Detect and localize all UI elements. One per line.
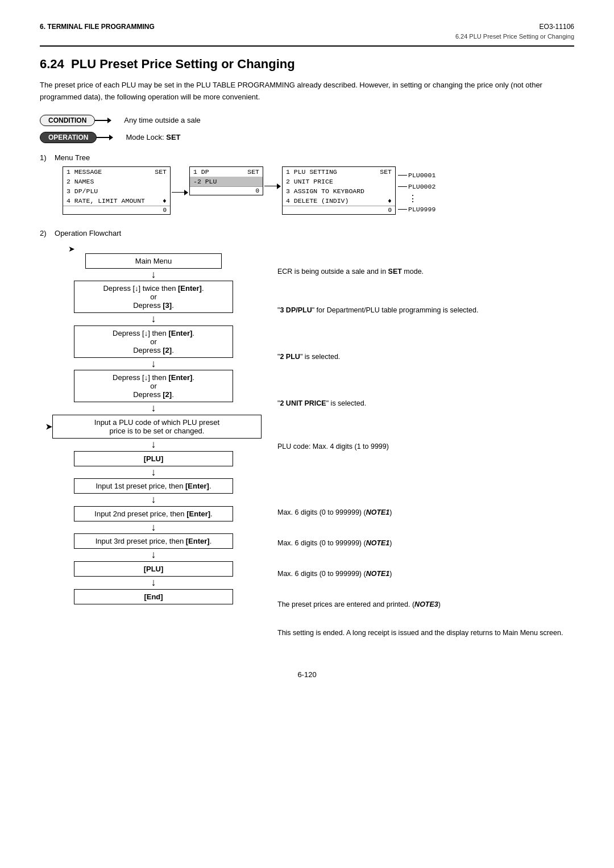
- flow-box-1: Depress [↓] twice then [Enter]. or Depre…: [74, 281, 233, 313]
- annotation-price-3: Max. 6 digits (0 to 999999) (NOTE1): [277, 565, 574, 583]
- page-number: 6-120: [40, 670, 574, 679]
- flow-box-price-3: Input 3rd preset price, then [Enter].: [74, 533, 233, 549]
- flow-box-main-menu: Main Menu: [85, 253, 222, 269]
- annotation-box-3: "2 UNIT PRICE" is selected.: [277, 386, 574, 420]
- flow-box-plu-2: [PLU]: [74, 561, 233, 577]
- annotation-plu-1: [277, 473, 574, 491]
- annotation-price-1: Max. 6 digits (0 to 999999) (NOTE1): [277, 503, 574, 521]
- flow-box-price-1: Input 1st preset price, then [Enter].: [74, 478, 233, 494]
- intro-text: The preset price of each PLU may be set …: [40, 80, 574, 103]
- flow-box-2: Depress [↓] then [Enter]. or Depress [2]…: [74, 326, 233, 358]
- page: 6. TERMINAL FILE PROGRAMMING EO3-11106 6…: [0, 0, 614, 868]
- flowchart-section: 2) Operation Flowchart ➤ Main Menu ↓: [40, 229, 574, 653]
- menu-tree-section: 1) Menu Tree 1 MESSAGESET 2 NAMES 3 DP/P…: [40, 153, 574, 216]
- menu-box-1: 1 MESSAGESET 2 NAMES 3 DP/PLU 4 RATE, LI…: [63, 166, 171, 215]
- flow-box-price-2: Input 2nd preset price, then [Enter].: [74, 506, 233, 521]
- flow-box-end: [End]: [74, 589, 233, 604]
- flow-right-col: ECR is being outside a sale and in SET m…: [262, 244, 574, 653]
- menu-box-2: 1 DPSET -2 PLU 0: [189, 166, 263, 195]
- connector-2-3: [263, 166, 282, 206]
- header-left: 6. TERMINAL FILE PROGRAMMING: [40, 23, 155, 31]
- header-divider: [40, 45, 574, 47]
- menu-tree-label: Menu Tree: [55, 153, 90, 162]
- annotation-plu-2: The preset prices are entered and printe…: [277, 595, 574, 614]
- annotation-box-2: "2 PLU" is selected.: [277, 340, 574, 374]
- flow-box-input-plu: Input a PLU code of which PLU preset pri…: [52, 415, 262, 439]
- condition-text: Any time outside a sale: [124, 116, 200, 124]
- plu-labels: PLU0001 PLU0002 ⋮ PLU9999: [398, 166, 435, 215]
- annotation-box-1: "3 DP/PLU" for Department/PLU table prog…: [277, 293, 574, 327]
- flowchart-main: ➤ Main Menu ↓ Depress [↓] twice then [En…: [45, 244, 574, 653]
- annotation-price-2: Max. 6 digits (0 to 999999) (NOTE1): [277, 534, 574, 552]
- annotation-end: This setting is ended. A long receipt is…: [277, 626, 574, 653]
- annotation-input-plu: PLU code: Max. 4 digits (1 to 9999): [277, 433, 574, 460]
- operation-badge-area: OPERATION: [40, 132, 113, 143]
- plu-label-3: PLU9999: [408, 206, 435, 213]
- operation-row: OPERATION Mode Lock: SET: [40, 132, 574, 143]
- header: 6. TERMINAL FILE PROGRAMMING EO3-11106: [40, 23, 574, 31]
- flow-box-plu-1: [PLU]: [74, 451, 233, 466]
- plu-label-1: PLU0001: [408, 172, 435, 179]
- menu-box-3: 1 PLU SETTINGSET 2 UNIT PRICE 3 ASSIGN T…: [282, 166, 396, 215]
- menu-tree-container: 1 MESSAGESET 2 NAMES 3 DP/PLU 4 RATE, LI…: [63, 166, 574, 216]
- condition-row: CONDITION Any time outside a sale: [40, 115, 574, 126]
- plu-label-2: PLU0002: [408, 183, 435, 190]
- header-right: EO3-11106: [540, 23, 574, 31]
- annotation-main-menu: ECR is being outside a sale and in SET m…: [277, 262, 574, 281]
- operation-text: Mode Lock: SET: [126, 133, 180, 141]
- sub-header: 6.24 PLU Preset Price Setting or Changin…: [40, 33, 574, 40]
- operation-badge: OPERATION: [40, 132, 97, 143]
- flow-left-col: ➤ Main Menu ↓ Depress [↓] twice then [En…: [45, 244, 262, 627]
- flow-box-3: Depress [↓] then [Enter]. or Depress [2]…: [74, 370, 233, 402]
- condition-badge: CONDITION: [40, 115, 95, 126]
- section-title: 6.24 PLU Preset Price Setting or Changin…: [40, 57, 574, 72]
- condition-badge-area: CONDITION: [40, 115, 111, 126]
- op-flowchart-label: Operation Flowchart: [55, 229, 121, 237]
- connector-1-2: [171, 166, 189, 216]
